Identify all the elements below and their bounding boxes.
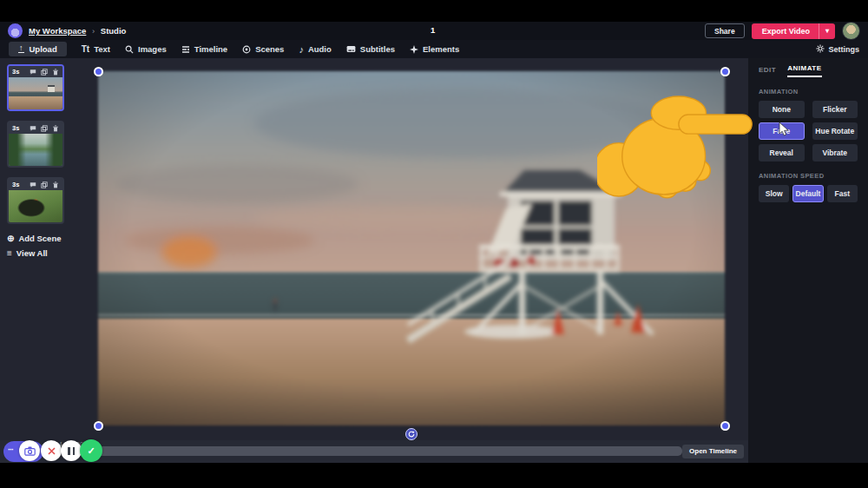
music-note-icon: ♪: [299, 44, 304, 55]
rotate-icon: [408, 431, 415, 438]
breadcrumb-separator: ›: [92, 26, 95, 36]
scene-thumbnail-canal[interactable]: [9, 134, 62, 166]
topbar-actions: Share Export Video ▾: [705, 22, 860, 40]
open-timeline-button[interactable]: Open Timeline: [682, 445, 744, 458]
timeline-icon: [181, 45, 190, 54]
tab-images[interactable]: Images: [125, 44, 167, 54]
resize-handle-bottom-right[interactable]: [720, 421, 730, 431]
upload-button[interactable]: ↑ Upload: [9, 42, 67, 56]
animation-vibrate-button[interactable]: Vibrate: [812, 144, 858, 162]
search-icon: [125, 45, 134, 54]
resize-handle-top-left[interactable]: [94, 67, 103, 76]
speed-slow-button[interactable]: Slow: [759, 185, 789, 202]
more-options-icon[interactable]: ···: [8, 445, 13, 454]
scene-thumbnail-bird[interactable]: [9, 190, 62, 222]
duplicate-icon[interactable]: [41, 181, 48, 188]
top-bar: My Workspace › Studio 1 Share Export Vid…: [0, 22, 868, 40]
scene-indicator: 1: [431, 25, 435, 35]
comment-icon[interactable]: [30, 181, 36, 188]
duplicate-icon[interactable]: [41, 125, 48, 132]
scene-card-3[interactable]: 3s: [7, 177, 64, 224]
user-avatar[interactable]: [842, 22, 860, 40]
scene-duration: 3s: [12, 181, 19, 188]
list-icon: ≡: [7, 248, 12, 258]
subtitles-icon: [346, 45, 356, 53]
tab-timeline[interactable]: Timeline: [181, 44, 227, 54]
speed-default-button[interactable]: Default: [792, 185, 823, 202]
breadcrumb-workspace[interactable]: My Workspace: [29, 26, 86, 36]
resize-handle-bottom-left[interactable]: [94, 421, 103, 431]
animation-hue-rotate-button[interactable]: Hue Rotate: [812, 122, 858, 140]
share-button[interactable]: Share: [705, 23, 745, 38]
view-all-button[interactable]: ≡ View All: [7, 248, 68, 258]
gear-icon: [816, 44, 825, 55]
add-icon: ⊕: [7, 234, 14, 243]
tab-text[interactable]: Tt Text: [82, 44, 110, 54]
elements-icon: [410, 45, 418, 54]
trash-icon[interactable]: [52, 181, 59, 188]
panel-tabs: EDIT ANIMATE: [759, 64, 858, 77]
scene-card-1[interactable]: 3s: [7, 64, 64, 111]
rotate-handle[interactable]: [405, 428, 418, 440]
scene-sidebar: 3s 3s: [0, 58, 75, 440]
tab-animate[interactable]: ANIMATE: [787, 64, 821, 77]
tab-elements[interactable]: Elements: [410, 44, 459, 54]
speed-section-label: ANIMATION SPEED: [759, 172, 858, 180]
resize-handle-top-right[interactable]: [720, 67, 730, 76]
confirm-button[interactable]: ✓: [80, 439, 102, 462]
studio-app: My Workspace › Studio 1 Share Export Vid…: [0, 22, 868, 463]
tab-subtitles[interactable]: Subtitles: [346, 44, 395, 54]
speed-fast-button[interactable]: Fast: [827, 185, 858, 202]
toolbar: ↑ Upload Tt Text Images Timeline Scenes …: [0, 40, 868, 58]
tab-audio[interactable]: ♪ Audio: [299, 44, 331, 55]
properties-panel: EDIT ANIMATE ANIMATION None Flicker Fade…: [748, 58, 868, 463]
tab-edit[interactable]: EDIT: [759, 66, 776, 77]
scene-card-2[interactable]: 3s: [7, 121, 64, 168]
timeline-scrubber[interactable]: [92, 446, 682, 456]
breadcrumb: My Workspace › Studio: [29, 26, 126, 36]
pause-icon: [68, 447, 75, 455]
chevron-down-icon[interactable]: ▾: [819, 27, 835, 35]
upload-icon: ↑: [18, 45, 24, 53]
tab-scenes[interactable]: Scenes: [242, 44, 284, 54]
animation-flicker-button[interactable]: Flicker: [812, 101, 858, 118]
main-area: 3s 3s: [0, 58, 868, 463]
scene-duration: 3s: [12, 68, 19, 76]
comment-icon[interactable]: [30, 69, 36, 76]
add-scene-button[interactable]: ⊕ Add Scene: [7, 234, 68, 243]
export-video-label: Export Video: [762, 27, 819, 36]
comment-icon[interactable]: [30, 125, 36, 132]
trash-icon[interactable]: [52, 69, 59, 76]
trash-icon[interactable]: [52, 125, 59, 132]
scene-duration: 3s: [12, 124, 19, 132]
cancel-button[interactable]: [41, 440, 62, 461]
animation-section-label: ANIMATION: [759, 88, 858, 96]
scenes-icon: [242, 45, 251, 54]
playback-bar: 00:4 00:0 ··· ✓ Open Timeline: [0, 440, 748, 463]
settings-button[interactable]: Settings: [816, 44, 859, 55]
workspace-logo-icon[interactable]: [8, 23, 23, 38]
export-video-button[interactable]: Export Video ▾: [752, 23, 835, 39]
scene-thumbnail-beach[interactable]: [9, 77, 62, 109]
animation-none-button[interactable]: None: [759, 101, 805, 118]
camera-icon: [24, 446, 36, 456]
text-icon: Tt: [82, 44, 89, 54]
breadcrumb-page: Studio: [101, 26, 127, 36]
check-icon: ✓: [87, 445, 95, 457]
camera-button[interactable]: [19, 440, 40, 461]
animation-reveal-button[interactable]: Reveal: [759, 144, 805, 162]
pointing-hand-emoji: [597, 89, 755, 202]
pause-button[interactable]: [61, 440, 82, 461]
animation-options: None Flicker Fade Hue Rotate Reveal Vibr…: [759, 101, 858, 162]
speed-options: Slow Default Fast: [759, 185, 858, 202]
close-icon: [48, 447, 56, 455]
duplicate-icon[interactable]: [41, 69, 48, 76]
mouse-cursor: [779, 122, 789, 137]
